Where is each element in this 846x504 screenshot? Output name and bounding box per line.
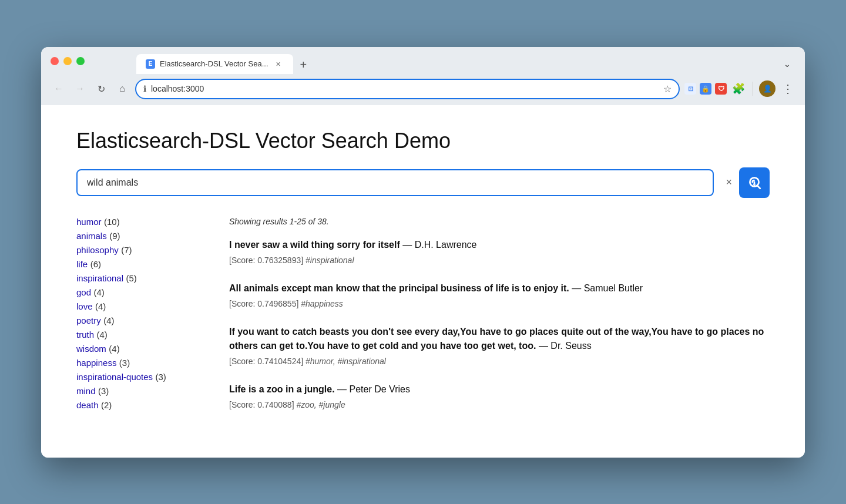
facet-count-inspirational: (5)	[126, 273, 137, 283]
results-area: Showing results 1-25 of 38. I never saw …	[229, 217, 770, 426]
facet-link-god[interactable]: god	[76, 287, 91, 297]
results-summary: Showing results 1-25 of 38.	[229, 217, 770, 226]
search-input[interactable]	[87, 177, 703, 188]
screen-ext-icon[interactable]: ⊡	[684, 83, 696, 95]
facet-link-love[interactable]: love	[76, 301, 93, 311]
facet-count-mind: (3)	[98, 386, 109, 396]
tab-close-button[interactable]: ×	[273, 59, 284, 69]
result-score-2: [Score: 0.7496855]	[229, 299, 298, 308]
facet-life: life (6)	[76, 259, 206, 270]
facet-link-philosophy[interactable]: philosophy	[76, 245, 119, 255]
page-title: Elasticsearch-DSL Vector Search Demo	[76, 129, 770, 153]
result-quote-text-2: All animals except man know that the pri…	[229, 283, 569, 293]
chevron-down-button[interactable]: ⌄	[779, 56, 795, 72]
facet-count-happiness: (3)	[119, 358, 130, 368]
facet-count-wisdom: (4)	[109, 344, 119, 354]
result-meta-1: [Score: 0.76325893] #inspirational	[229, 256, 770, 265]
facet-wisdom: wisdom (4)	[76, 344, 206, 354]
maximize-window-button[interactable]	[76, 57, 85, 65]
reload-button[interactable]: ↻	[93, 80, 109, 97]
svg-point-1	[754, 184, 754, 184]
facet-link-poetry[interactable]: poetry	[76, 315, 101, 325]
tab-bar: E Elasticsearch-DSL Vector Sea... × +	[136, 54, 311, 74]
svg-line-2	[757, 186, 760, 188]
url-input[interactable]	[151, 84, 659, 93]
brain-search-icon	[747, 175, 762, 190]
browser-chrome: E Elasticsearch-DSL Vector Sea... × + ⌄	[41, 47, 805, 74]
facet-link-inspirational-quotes[interactable]: inspirational-quotes	[76, 372, 153, 382]
facet-count-philosophy: (7)	[121, 245, 132, 255]
address-bar[interactable]: ℹ ☆	[135, 79, 680, 99]
facet-link-inspirational[interactable]: inspirational	[76, 273, 123, 283]
facet-count-poetry: (4)	[103, 315, 114, 325]
forward-button[interactable]: →	[72, 80, 88, 97]
facet-link-animals[interactable]: animals	[76, 231, 107, 241]
result-score-1: [Score: 0.76325893]	[229, 256, 303, 265]
result-author-2: — Samuel Butler	[572, 283, 643, 293]
result-item-4: Life is a zoo in a jungle. — Peter De Vr…	[229, 382, 770, 409]
facet-link-mind[interactable]: mind	[76, 386, 96, 396]
result-quote-4: Life is a zoo in a jungle. — Peter De Vr…	[229, 382, 770, 397]
sidebar: humor (10) animals (9) philosophy (7) li…	[76, 217, 206, 426]
result-author-3: — Dr. Seuss	[539, 341, 592, 351]
result-item-1: I never saw a wild thing sorry for itsel…	[229, 238, 770, 265]
back-button[interactable]: ←	[51, 80, 67, 97]
home-button[interactable]: ⌂	[114, 80, 130, 97]
main-layout: humor (10) animals (9) philosophy (7) li…	[76, 217, 770, 426]
security-ext-icon[interactable]: 🛡	[715, 83, 727, 95]
menu-button[interactable]: ⋮	[779, 80, 795, 97]
bitwarden-ext-icon[interactable]: 🔒	[700, 83, 711, 95]
facet-count-love: (4)	[95, 301, 106, 311]
result-quote-1: I never saw a wild thing sorry for itsel…	[229, 238, 770, 252]
facet-count-animals: (9)	[109, 231, 120, 241]
facet-poetry: poetry (4)	[76, 315, 206, 326]
result-tags-2: #happiness	[301, 299, 343, 308]
security-icon: ℹ	[143, 84, 146, 93]
result-meta-3: [Score: 0.74104524] #humor, #inspiration…	[229, 357, 770, 366]
facet-count-god: (4)	[93, 287, 104, 297]
facet-death: death (2)	[76, 400, 206, 411]
facet-philosophy: philosophy (7)	[76, 245, 206, 256]
browser-actions: ⊡ 🔒 🛡 🧩 👤 ⋮	[684, 80, 795, 97]
facet-happiness: happiness (3)	[76, 358, 206, 368]
extensions-button[interactable]: 🧩	[730, 80, 747, 97]
bookmark-icon[interactable]: ☆	[663, 83, 672, 95]
result-quote-text-4: Life is a zoo in a jungle.	[229, 384, 335, 394]
result-author-4: — Peter De Vries	[337, 384, 410, 394]
result-meta-4: [Score: 0.740088] #zoo, #jungle	[229, 400, 770, 409]
result-item-3: If you want to catch beasts you don't se…	[229, 325, 770, 366]
facet-link-wisdom[interactable]: wisdom	[76, 344, 106, 354]
result-tags-1: #inspirational	[306, 256, 354, 265]
result-meta-2: [Score: 0.7496855] #happiness	[229, 299, 770, 308]
clear-button[interactable]: ×	[726, 176, 732, 189]
browser-window: E Elasticsearch-DSL Vector Sea... × + ⌄ …	[41, 47, 805, 458]
result-tags-4: #zoo, #jungle	[296, 400, 345, 409]
facet-link-happiness[interactable]: happiness	[76, 358, 116, 368]
facet-link-humor[interactable]: humor	[76, 217, 102, 227]
facet-inspirational-quotes: inspirational-quotes (3)	[76, 372, 206, 382]
search-input-wrapper[interactable]	[76, 169, 714, 196]
result-quote-text-1: I never saw a wild thing sorry for itsel…	[229, 240, 400, 250]
facet-count-death: (2)	[101, 400, 112, 410]
search-submit-button[interactable]	[739, 167, 770, 198]
tab-favicon: E	[146, 59, 155, 69]
facet-mind: mind (3)	[76, 386, 206, 397]
facet-count-life: (6)	[90, 259, 101, 269]
result-tags-3: #humor, #inspirational	[306, 357, 386, 366]
facet-link-life[interactable]: life	[76, 259, 88, 269]
facet-link-truth[interactable]: truth	[76, 330, 94, 340]
traffic-lights	[51, 57, 85, 65]
search-bar-container: ×	[76, 167, 770, 198]
result-quote-3: If you want to catch beasts you don't se…	[229, 325, 770, 353]
result-quote-2: All animals except man know that the pri…	[229, 281, 770, 295]
result-score-4: [Score: 0.740088]	[229, 400, 294, 409]
facet-love: love (4)	[76, 301, 206, 312]
active-tab[interactable]: E Elasticsearch-DSL Vector Sea... ×	[136, 54, 293, 74]
profile-avatar[interactable]: 👤	[759, 80, 776, 97]
new-tab-button[interactable]: +	[296, 56, 312, 74]
close-window-button[interactable]	[51, 57, 59, 65]
facet-god: god (4)	[76, 287, 206, 298]
result-score-3: [Score: 0.74104524]	[229, 357, 303, 366]
facet-link-death[interactable]: death	[76, 400, 99, 410]
minimize-window-button[interactable]	[63, 57, 72, 65]
